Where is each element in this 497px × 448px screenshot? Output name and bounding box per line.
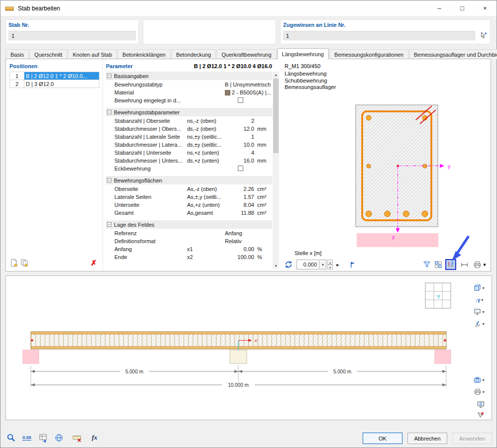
delete-dimensions-button[interactable] xyxy=(70,431,83,444)
projection-button[interactable]: ▾ xyxy=(470,282,489,293)
section-axes: y z xyxy=(392,163,451,240)
parameter-value[interactable]: 4 xyxy=(225,150,256,156)
parameter-row[interactable]: ReferenzAnfang xyxy=(106,229,272,237)
parameter-value[interactable]: 12.0 xyxy=(225,126,256,132)
parameter-group-header[interactable]: −Bewehrungsstabparameter xyxy=(106,108,272,116)
saved-views-button[interactable]: ▾ xyxy=(470,374,489,385)
clipping-button[interactable]: ▾ xyxy=(470,318,489,329)
parameter-group-header[interactable]: −Bewehrungsflächen xyxy=(106,176,272,184)
edit-function-button[interactable]: fx xyxy=(88,431,101,444)
parameter-value[interactable]: 8.04 xyxy=(225,202,256,208)
stab-nr-input[interactable]: 1 xyxy=(8,31,136,40)
collapse-icon[interactable]: − xyxy=(107,222,111,227)
parameter-value[interactable]: 11.88 xyxy=(225,210,256,216)
print-button[interactable] xyxy=(472,259,483,270)
print-menu-chevron[interactable]: ▾ xyxy=(482,259,488,270)
tab-knoten-auf-stab[interactable]: Knoten auf Stab xyxy=(68,49,117,59)
position-row[interactable]: 1B | 2 Ø12.0 1 * 2 Ø10.0... xyxy=(10,72,99,80)
parameter-value[interactable]: 2.26 xyxy=(225,186,256,192)
location-x-input[interactable]: 0.000 xyxy=(297,260,319,269)
refresh-button[interactable] xyxy=(283,259,294,270)
checkbox[interactable] xyxy=(238,166,243,171)
scroll-down-icon[interactable]: ▼ xyxy=(273,263,279,269)
parameter-row[interactable]: Eckbewehrung xyxy=(106,165,272,173)
next-location-button[interactable]: ▸ xyxy=(334,261,341,269)
decimal-places-button[interactable]: 0.00 xyxy=(20,431,33,444)
parameter-row[interactable]: Anfangx10.00% xyxy=(106,245,272,253)
parameter-row[interactable]: BewehrungsstabtypB | Unsymmetrisch xyxy=(106,81,272,89)
position-row[interactable]: 2D | 3 Ø12.0 xyxy=(10,80,99,88)
parameter-value[interactable]: 0.00 xyxy=(225,246,256,252)
parameter-scrollbar[interactable]: ▲ ▼ xyxy=(273,72,279,269)
view-direction-button[interactable]: ↓y ▾ xyxy=(470,294,489,305)
tab-längsbewehrung[interactable]: Längsbewehrung xyxy=(277,48,329,59)
tab-betondeckung[interactable]: Betondeckung xyxy=(171,49,216,59)
parameter-row[interactable]: UnterseiteAs,+z (unten)8.04cm² xyxy=(106,201,272,209)
parameter-row[interactable]: Material2 - B500S(A) |... xyxy=(106,89,272,96)
collapse-icon[interactable]: − xyxy=(107,178,111,182)
maximize-icon[interactable]: □ xyxy=(451,0,474,16)
rebar-position-numbers-button[interactable]: 1 2 xyxy=(445,259,456,270)
dimension-lines-button[interactable] xyxy=(459,259,470,270)
assigned-line-input[interactable]: 1 xyxy=(283,31,475,40)
apply-location-button[interactable] xyxy=(347,259,358,270)
stepper-down-icon[interactable]: ▾ xyxy=(327,265,333,269)
delete-position-button[interactable]: ✗ xyxy=(89,258,99,268)
display-options-button[interactable] xyxy=(433,259,444,270)
print-graphic-button[interactable]: ▾ xyxy=(470,386,489,397)
parameter-row[interactable]: OberseiteAs,-z (oben)2.26cm² xyxy=(106,185,272,193)
parameter-row[interactable]: Stabdurchmesser | Obers...ds,-z (oben)12… xyxy=(106,125,272,133)
parameter-row[interactable]: GesamtAs,gesamt11.88cm² xyxy=(106,209,272,217)
apply-button[interactable]: Anwenden xyxy=(452,433,492,444)
parameter-group-header[interactable]: −Basisangaben xyxy=(106,72,272,80)
close-icon[interactable]: × xyxy=(474,0,497,16)
minimize-icon[interactable]: – xyxy=(428,0,451,16)
parameter-row[interactable]: Stabdurchmesser | Latera...ds,±y (seitli… xyxy=(106,141,272,149)
location-dropdown-icon[interactable]: ▾ xyxy=(320,260,326,269)
pick-line-button[interactable] xyxy=(478,30,489,41)
checkbox[interactable] xyxy=(238,97,243,103)
location-stepper[interactable]: ▴ ▾ xyxy=(327,260,333,269)
parameter-row[interactable]: Laterale SeitenAs,±,y (seitli...1.57cm² xyxy=(106,193,272,201)
parameter-row[interactable]: Stabanzahl | Laterale Seitens,±y (seitli… xyxy=(106,133,272,141)
tab-basis[interactable]: Basis xyxy=(5,49,29,59)
parameter-row[interactable]: Stabanzahl | Unterseitens,+z (unten)4 xyxy=(106,149,272,157)
find-object-button[interactable] xyxy=(4,431,17,444)
tab-querkraftbewehrung[interactable]: Querkraftbewehrung xyxy=(216,49,276,59)
parameter-value[interactable]: 1.57 xyxy=(225,194,256,200)
parameter-row[interactable]: Endex2100.00% xyxy=(106,253,272,261)
parameter-value[interactable]: Relativ xyxy=(225,238,256,244)
ok-button[interactable]: OK xyxy=(363,433,402,444)
parameter-value[interactable]: 2 xyxy=(225,118,256,124)
filter-button[interactable] xyxy=(421,259,432,270)
parameter-row[interactable]: DefinitionsformatRelativ xyxy=(106,237,272,245)
parameter-value[interactable]: 2 - B500S(A) |... xyxy=(225,90,256,95)
parameter-value[interactable]: 100.00 xyxy=(225,254,256,260)
tab-bemessungskonfigurationen[interactable]: Bemessungskonfigurationen xyxy=(329,49,408,59)
parameter-value[interactable]: Anfang xyxy=(225,230,256,236)
parameter-row[interactable]: Stabanzahl | Oberseitens,-z (oben)2 xyxy=(106,117,272,125)
select-in-table-button[interactable] xyxy=(36,431,49,444)
display-properties-button[interactable]: ▾ xyxy=(470,306,489,317)
parameter-value[interactable]: B | Unsymmetrisch xyxy=(225,82,256,88)
collapse-icon[interactable]: − xyxy=(107,74,111,78)
new-position-button[interactable] xyxy=(9,258,19,268)
tab-querschnitt[interactable]: Querschnitt xyxy=(29,49,67,59)
jump-to-graphic-button[interactable] xyxy=(52,431,65,444)
parameter-value[interactable]: 10.0 xyxy=(225,142,256,148)
scrollbar-thumb[interactable] xyxy=(273,79,279,153)
graphic-settings-button[interactable] xyxy=(475,399,487,410)
copy-position-button[interactable] xyxy=(20,258,29,268)
stepper-up-icon[interactable]: ▴ xyxy=(327,260,333,265)
cancel-selection-button[interactable] xyxy=(475,409,487,420)
cancel-button[interactable]: Abbrechen xyxy=(407,433,447,444)
parameter-group-header[interactable]: −Lage des Feldes xyxy=(106,220,272,229)
collapse-icon[interactable]: − xyxy=(107,110,111,114)
parameter-row[interactable]: Stabdurchmesser | Unters...ds,+z (unten)… xyxy=(106,157,272,165)
tab-betonknicklängen[interactable]: Betonknicklängen xyxy=(117,49,171,59)
scroll-up-icon[interactable]: ▲ xyxy=(273,72,279,78)
parameter-value[interactable]: 16.0 xyxy=(225,158,256,164)
parameter-row[interactable]: Bewehrung eingelegt in d... xyxy=(106,96,272,104)
tab-bemessungsauflager-und-durchbiegung[interactable]: Bemessungsauflager und Durchbiegung xyxy=(409,49,497,59)
parameter-value[interactable]: 1 xyxy=(225,134,256,140)
